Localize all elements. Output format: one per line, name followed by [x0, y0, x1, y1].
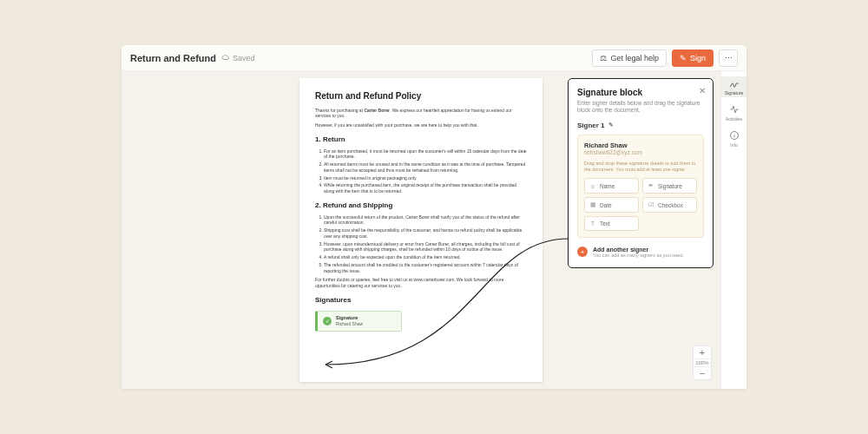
- sign-button[interactable]: ✎ Sign: [672, 49, 713, 67]
- right-rail: Signature Activities Info: [720, 71, 746, 389]
- person-icon: ☺: [589, 183, 596, 189]
- section-signatures: Signatures: [315, 296, 527, 306]
- signature-icon: ✒: [648, 182, 654, 189]
- list-item: All returned items must be unused and in…: [324, 161, 527, 174]
- outro-paragraph: For further doubts or queries, feel free…: [315, 277, 527, 289]
- close-panel-button[interactable]: ✕: [699, 86, 706, 95]
- add-signer-subtitle: You can add as many signers as you need.: [593, 253, 684, 259]
- info-icon: [729, 130, 740, 141]
- document-title: Return and Refund: [130, 53, 216, 63]
- get-legal-help-button[interactable]: ⚖ Get legal help: [592, 49, 667, 67]
- rail-tab-signature[interactable]: Signature: [721, 76, 746, 97]
- refund-list: Upon the successful return of the produc…: [315, 214, 527, 274]
- saved-indicator: Saved: [221, 54, 255, 62]
- section-return: 1. Return: [315, 135, 527, 145]
- section-refund: 2. Refund and Shipping: [315, 201, 527, 211]
- signature-field-signer: Richard Shaw: [336, 321, 363, 327]
- signer-label: Signer 1: [577, 122, 605, 129]
- list-item: Shipping cost shall be the responsibilit…: [324, 227, 527, 240]
- field-name[interactable]: ☺Name: [584, 178, 639, 194]
- list-item: However, upon misunderstood delivery or …: [324, 241, 527, 253]
- zoom-in-button[interactable]: +: [694, 346, 711, 358]
- ellipsis-icon: ⋯: [725, 54, 733, 62]
- signature-block-panel: ✕ Signature block Enter signer details b…: [568, 78, 713, 268]
- cloud-icon: [221, 54, 230, 62]
- signature-field-placed[interactable]: ✓ Signature Richard Shaw: [315, 311, 402, 332]
- signer-name: Richard Shaw: [584, 141, 697, 149]
- calendar-icon: ▦: [589, 201, 596, 208]
- document-page: Return and Refund Policy Thanks for purc…: [299, 78, 542, 382]
- list-item: Upon the successful return of the produc…: [324, 214, 527, 227]
- list-item: While returning the purchased item, the …: [324, 182, 527, 194]
- close-icon: ✕: [699, 86, 706, 95]
- add-signer-title: Add another signer: [593, 247, 684, 253]
- zoom-out-button[interactable]: −: [694, 367, 711, 379]
- top-bar: Return and Refund Saved ⚖ Get legal help…: [122, 45, 746, 71]
- list-item: For an item purchased, it must be return…: [324, 148, 527, 161]
- list-item: A refund shall only be expected upon the…: [324, 254, 527, 260]
- signer-card: Richard Shaw richshaw622@xyz.com Drag an…: [577, 135, 704, 238]
- add-signer-button[interactable]: + Add another signer You can add as many…: [577, 247, 704, 259]
- text-icon: T: [589, 220, 596, 227]
- rail-tab-activities[interactable]: Activities: [721, 102, 746, 123]
- return-list: For an item purchased, it must be return…: [315, 148, 527, 194]
- field-date[interactable]: ▦Date: [584, 197, 639, 213]
- pencil-icon: ✎: [608, 122, 614, 128]
- scale-icon: ⚖: [600, 54, 607, 62]
- activity-icon: [729, 104, 740, 115]
- zoom-control: + 100% −: [693, 345, 712, 380]
- panel-title: Signature block: [577, 88, 704, 97]
- zoom-level: 100%: [694, 358, 711, 367]
- field-signature[interactable]: ✒Signature: [642, 178, 697, 194]
- check-circle-icon: ✓: [323, 317, 332, 326]
- field-text[interactable]: TText: [584, 216, 639, 231]
- more-menu-button[interactable]: ⋯: [719, 49, 738, 67]
- field-checkbox[interactable]: ☑Checkbox: [642, 197, 697, 213]
- page-heading: Return and Refund Policy: [315, 90, 527, 102]
- checkbox-icon: ☑: [648, 201, 654, 208]
- panel-subtitle: Enter signer details below and drag the …: [577, 100, 704, 115]
- signature-field-label: Signature: [336, 315, 363, 321]
- signature-icon: [729, 78, 740, 89]
- list-item: Item must be returned in original packag…: [324, 175, 527, 181]
- signer-header: Signer 1 ✎: [577, 122, 704, 129]
- rail-tab-info[interactable]: Info: [721, 128, 746, 149]
- pen-icon: ✎: [680, 54, 687, 62]
- draggable-fields: ☺Name ✒Signature ▦Date ☑Checkbox TText: [584, 178, 697, 231]
- plus-circle-icon: +: [577, 247, 588, 257]
- edit-signer-button[interactable]: ✎: [608, 122, 614, 128]
- intro-paragraph-2: However, if you are unsatisfied with you…: [315, 122, 527, 128]
- intro-paragraph: Thanks for purchasing at Carter Borer. W…: [315, 108, 527, 120]
- signer-email: richshaw622@xyz.com: [584, 149, 697, 155]
- drag-hint: Drag and drop these signature details to…: [584, 161, 697, 173]
- list-item: The refunded amount shall be credited to…: [324, 262, 527, 274]
